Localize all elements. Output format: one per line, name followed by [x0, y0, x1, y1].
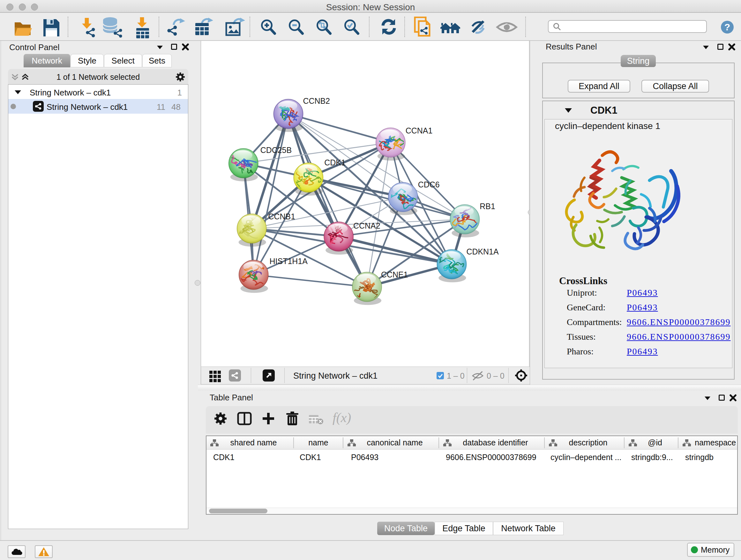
svg-text:database identifier: database identifier [463, 438, 528, 447]
svg-text:CCNB2: CCNB2 [303, 97, 330, 105]
svg-text:CDC25B: CDC25B [260, 145, 292, 154]
svg-text:CCNB1: CCNB1 [268, 212, 295, 221]
svg-text:CCNE1: CCNE1 [381, 270, 408, 279]
svg-text:CCNA1: CCNA1 [406, 126, 433, 135]
svg-text:CCNA2: CCNA2 [353, 221, 381, 230]
svg-text:@id: @id [648, 438, 662, 447]
svg-text:canonical name: canonical name [367, 438, 422, 447]
svg-text:RB1: RB1 [480, 202, 495, 211]
svg-text:shared name: shared name [230, 438, 277, 447]
svg-text:CDKN1A: CDKN1A [466, 247, 499, 256]
svg-text:CDK1: CDK1 [324, 158, 346, 167]
svg-text:CDC6: CDC6 [418, 180, 440, 189]
svg-text:HIST1H1A: HIST1H1A [270, 257, 308, 266]
svg-text:name: name [308, 438, 328, 447]
svg-text:description: description [569, 438, 608, 447]
svg-text:namespace: namespace [695, 438, 736, 447]
